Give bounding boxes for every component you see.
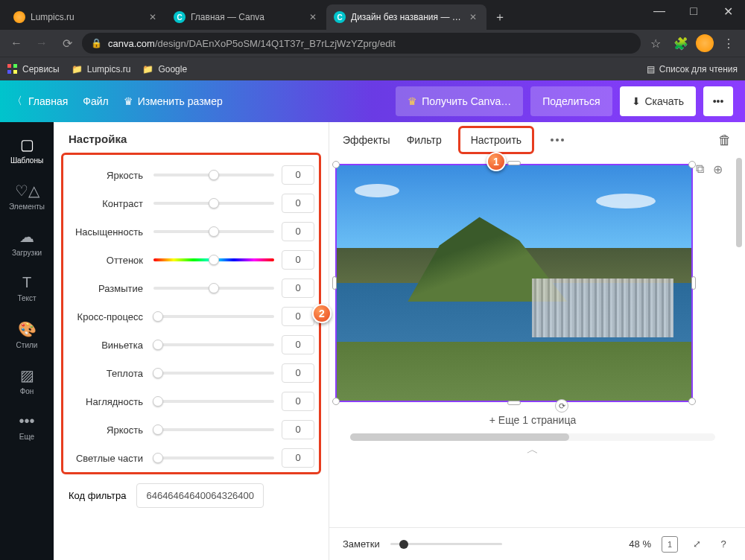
bookmark-services[interactable]: Сервисы bbox=[7, 64, 60, 74]
adjustment-value[interactable]: 0 bbox=[282, 250, 314, 270]
profile-avatar[interactable] bbox=[696, 34, 714, 52]
toolbar-adjust[interactable]: Настроить 1 bbox=[458, 126, 534, 154]
forward-button[interactable]: → bbox=[31, 33, 52, 54]
adjustment-slider[interactable] bbox=[153, 372, 274, 375]
zoom-value[interactable]: 48 % bbox=[629, 538, 651, 550]
canvas-body[interactable]: ⧉ ⊕ bbox=[329, 158, 745, 527]
browser-tab-canva-home[interactable]: C Главная — Canva ✕ bbox=[166, 4, 326, 30]
slider-thumb[interactable] bbox=[209, 170, 219, 180]
bookmark-google[interactable]: 📁 Google bbox=[142, 64, 187, 74]
resize-handle-l[interactable] bbox=[332, 276, 337, 290]
notes-button[interactable]: Заметки bbox=[343, 538, 380, 550]
scrollbar-thumb[interactable] bbox=[350, 433, 569, 441]
star-icon[interactable]: ☆ bbox=[645, 33, 666, 54]
slider-thumb[interactable] bbox=[209, 226, 219, 237]
close-icon[interactable]: ✕ bbox=[147, 11, 159, 23]
resize-handle-tl[interactable] bbox=[332, 161, 340, 168]
page-indicator[interactable]: 1 bbox=[662, 536, 678, 553]
slider-thumb[interactable] bbox=[209, 255, 219, 265]
slider-thumb[interactable] bbox=[153, 368, 163, 378]
adjustment-value[interactable]: 0 bbox=[282, 392, 314, 411]
home-link[interactable]: 〈 Главная bbox=[12, 95, 68, 108]
adjustment-value[interactable]: 0 bbox=[282, 222, 314, 241]
share-button[interactable]: Поделиться bbox=[530, 86, 612, 116]
resize-handle-t[interactable] bbox=[507, 161, 521, 165]
resize-button[interactable]: ♛ Изменить размер bbox=[124, 95, 223, 107]
close-icon[interactable]: ✕ bbox=[307, 11, 319, 23]
annotation-badge-2: 2 bbox=[312, 304, 332, 323]
sidebar-item-elements[interactable]: ♡△ Элементы bbox=[0, 173, 54, 219]
apps-icon bbox=[7, 64, 18, 74]
slider-thumb[interactable] bbox=[153, 396, 163, 407]
reload-button[interactable]: ⟳ bbox=[57, 33, 77, 54]
more-button[interactable]: ••• bbox=[703, 86, 733, 116]
bookmark-lumpics[interactable]: 📁 Lumpics.ru bbox=[72, 64, 131, 74]
adjustment-slider[interactable] bbox=[153, 174, 274, 176]
adjustment-slider[interactable] bbox=[153, 428, 274, 431]
adjustment-slider[interactable] bbox=[153, 315, 274, 318]
adjustment-slider[interactable] bbox=[153, 202, 274, 205]
slider-thumb[interactable] bbox=[153, 424, 163, 435]
selected-image[interactable] bbox=[335, 164, 693, 402]
reading-list[interactable]: ▤ Список для чтения bbox=[647, 64, 738, 74]
toolbar-effects[interactable]: Эффекты bbox=[343, 134, 390, 146]
help-icon[interactable]: ? bbox=[715, 536, 732, 553]
vertical-scrollbar[interactable] bbox=[735, 158, 744, 527]
adjustment-value[interactable]: 0 bbox=[282, 448, 314, 468]
extensions-icon[interactable]: 🧩 bbox=[670, 33, 691, 54]
sidebar-item-background[interactable]: ▨ Фон bbox=[0, 357, 54, 404]
browser-tab-design[interactable]: C Дизайн без названия — 1024 ✕ bbox=[326, 4, 486, 30]
adjustment-value[interactable]: 0 bbox=[282, 165, 314, 185]
adjustment-value[interactable]: 0 bbox=[282, 307, 314, 326]
adjustment-slider[interactable] bbox=[153, 400, 274, 403]
adjustment-slider[interactable] bbox=[153, 230, 274, 233]
adjustment-value[interactable]: 0 bbox=[282, 363, 314, 383]
add-page-icon[interactable]: ⊕ bbox=[713, 162, 723, 176]
browser-tab-lumpics[interactable]: Lumpics.ru ✕ bbox=[6, 4, 166, 30]
adjustment-value[interactable]: 0 bbox=[282, 335, 314, 354]
zoom-slider[interactable] bbox=[390, 543, 502, 545]
slider-thumb[interactable] bbox=[153, 311, 163, 322]
adjustment-slider[interactable] bbox=[153, 287, 274, 290]
rotate-icon[interactable]: ⟳ bbox=[555, 399, 568, 413]
adjustment-value[interactable]: 0 bbox=[282, 420, 314, 439]
back-button[interactable]: ← bbox=[6, 33, 27, 54]
close-icon[interactable]: ✕ bbox=[467, 11, 479, 23]
sidebar-item-text[interactable]: T Текст bbox=[0, 265, 54, 311]
add-page-button[interactable]: + Еще 1 страница ⟳ bbox=[335, 402, 730, 426]
url-box[interactable]: 🔒 canva.com/design/DAEnXoP5oSM/14Q1T37r_… bbox=[82, 33, 641, 54]
slider-thumb[interactable] bbox=[209, 198, 219, 209]
file-menu[interactable]: Файл bbox=[83, 95, 108, 107]
get-pro-button[interactable]: ♛ Получить Canva… bbox=[396, 86, 523, 116]
sidebar-item-templates[interactable]: ▢ Шаблоны bbox=[0, 127, 54, 173]
toolbar-more[interactable] bbox=[551, 139, 564, 141]
download-button[interactable]: ⬇ Скачать bbox=[620, 86, 697, 116]
adjustment-value[interactable]: 0 bbox=[282, 194, 314, 213]
close-window-button[interactable]: ✕ bbox=[711, 0, 745, 22]
slider-thumb[interactable] bbox=[153, 453, 163, 463]
adjustment-slider[interactable] bbox=[153, 456, 274, 459]
resize-handle-tr[interactable] bbox=[688, 161, 696, 168]
menu-icon[interactable]: ⋮ bbox=[718, 33, 739, 54]
horizontal-scrollbar[interactable] bbox=[350, 433, 715, 441]
sidebar-item-more[interactable]: ••• Еще bbox=[0, 404, 54, 450]
slider-thumb[interactable] bbox=[209, 283, 219, 293]
toolbar-filter[interactable]: Фильтр bbox=[407, 134, 442, 146]
trash-icon[interactable]: 🗑 bbox=[718, 133, 732, 148]
chevron-up-icon[interactable]: ︿ bbox=[335, 441, 730, 459]
maximize-button[interactable]: □ bbox=[676, 0, 711, 22]
zoom-thumb[interactable] bbox=[399, 540, 408, 549]
sidebar-item-styles[interactable]: 🎨 Стили bbox=[0, 311, 54, 357]
new-tab-button[interactable]: ＋ bbox=[489, 7, 510, 28]
adjustment-value[interactable]: 0 bbox=[282, 279, 314, 298]
minimize-button[interactable]: — bbox=[642, 0, 676, 22]
resize-handle-r[interactable] bbox=[691, 276, 696, 290]
adjustment-slider[interactable] bbox=[153, 343, 274, 346]
fullscreen-icon[interactable]: ⤢ bbox=[688, 536, 705, 553]
slider-thumb[interactable] bbox=[153, 340, 163, 350]
filter-code-value[interactable]: 64646464640064326400 bbox=[136, 483, 264, 508]
scrollbar-thumb[interactable] bbox=[736, 158, 742, 247]
duplicate-page-icon[interactable]: ⧉ bbox=[696, 162, 704, 176]
adjustment-slider[interactable] bbox=[153, 258, 274, 261]
sidebar-item-uploads[interactable]: ☁ Загрузки bbox=[0, 219, 54, 265]
